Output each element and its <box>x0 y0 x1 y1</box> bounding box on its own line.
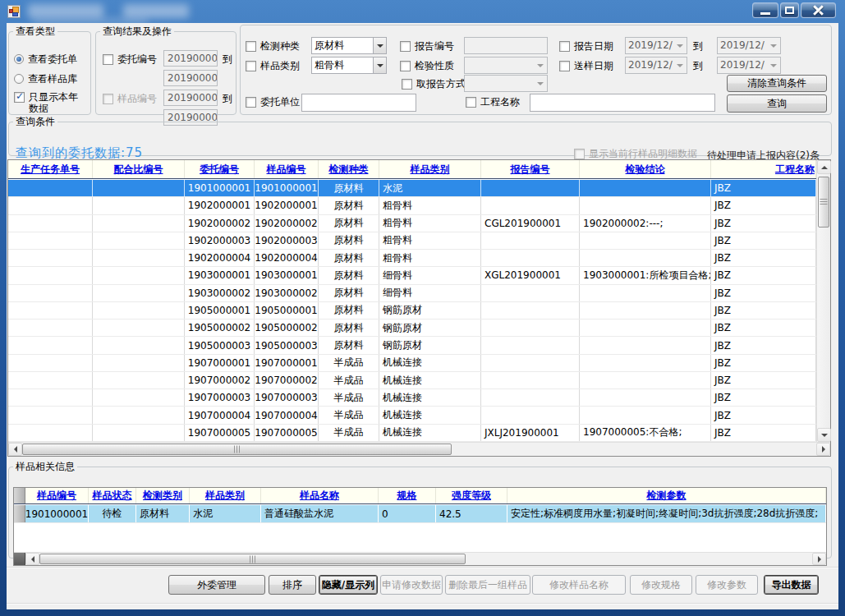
project-name-checkbox[interactable]: 工程名称 <box>466 96 520 108</box>
test-nature-checkbox[interactable]: 检验性质 <box>400 60 454 71</box>
scroll-down-button[interactable] <box>817 428 831 442</box>
main-column-header[interactable]: 检验结论 <box>580 160 711 178</box>
scroll-right-button[interactable] <box>816 443 830 456</box>
table-row[interactable]: 19050000011905000001原材料钢筋原材JBZ <box>8 302 816 319</box>
client-unit-checkbox[interactable]: 委托单位 <box>246 96 300 108</box>
table-row[interactable]: 19050000031905000003原材料钢筋原材JBZ <box>8 337 816 354</box>
main-column-header[interactable]: 样品编号 <box>255 160 319 178</box>
horizontal-scroll-thumb[interactable] <box>22 444 452 455</box>
table-row[interactable]: 19030000011903000001原材料细骨料XGL20190000119… <box>8 267 816 284</box>
report-date-to-picker: 2019/12/ 6 <box>717 37 781 54</box>
main-column-header[interactable]: 工程名称 <box>711 160 816 178</box>
export-data-button[interactable]: 导出数据 <box>764 575 819 595</box>
table-cell <box>481 319 580 336</box>
table-cell: 机械连接 <box>379 355 481 371</box>
radio-view-sample-library[interactable]: 查看样品库 <box>14 73 77 85</box>
main-column-header[interactable]: 配合比编号 <box>93 160 185 178</box>
chevron-down-icon <box>767 57 780 73</box>
chevron-down-icon[interactable] <box>373 57 386 73</box>
sample-column-header[interactable]: 规格 <box>379 488 436 503</box>
table-cell: JBZ <box>711 302 816 319</box>
table-cell <box>481 337 580 353</box>
scroll-right-button[interactable] <box>812 553 826 565</box>
main-column-header[interactable]: 委托编号 <box>185 160 255 178</box>
report-method-checkbox[interactable]: 取报告方式 <box>402 78 466 90</box>
minimize-button[interactable] <box>752 2 778 18</box>
to-label: 到 <box>693 40 703 52</box>
sample-horizontal-scrollbar[interactable] <box>14 552 826 565</box>
commission-no-checkbox[interactable]: 委托编号 <box>103 53 157 65</box>
report-no-checkbox[interactable]: 报告编号 <box>400 40 454 52</box>
sort-button[interactable]: 排序 <box>269 575 316 595</box>
main-column-header[interactable]: 生产任务单号 <box>8 160 93 178</box>
table-row[interactable]: 19070000041907000004半成品机械连接JBZ <box>8 407 816 424</box>
horizontal-scrollbar[interactable] <box>8 442 830 456</box>
arrow-left-icon <box>31 556 34 563</box>
table-cell <box>580 285 711 301</box>
test-kind-combobox[interactable]: 原材料 <box>311 37 387 54</box>
table-row[interactable]: 19020000021902000002原材料粗骨料CGL20190000119… <box>8 215 816 232</box>
main-column-header[interactable]: 报告编号 <box>481 160 580 178</box>
table-row[interactable]: 19030000021903000002原材料细骨料JBZ <box>8 285 816 302</box>
table-cell <box>8 215 93 232</box>
test-kind-checkbox[interactable]: 检测种类 <box>246 40 300 52</box>
table-cell <box>580 337 711 353</box>
table-row[interactable]: 19070000011907000001半成品机械连接JBZ <box>8 355 816 372</box>
sample-category-combobox[interactable]: 粗骨料 <box>311 57 387 74</box>
table-row[interactable]: 19020000041902000004原材料粗骨料JBZ <box>8 250 816 267</box>
chevron-down-icon[interactable] <box>373 38 386 53</box>
report-date-checkbox[interactable]: 报告日期 <box>559 40 613 52</box>
table-row[interactable]: 19050000021905000002原材料钢筋原材JBZ <box>8 319 816 337</box>
sample-column-header[interactable]: 检测类别 <box>136 488 190 503</box>
radio-view-commission[interactable]: 查看委托单 <box>14 53 77 65</box>
horizontal-scroll-thumb[interactable] <box>39 554 466 564</box>
vertical-scroll-thumb[interactable] <box>818 177 829 228</box>
query-button[interactable]: 查询 <box>727 94 827 113</box>
table-cell: JBZ <box>711 319 816 336</box>
clear-query-button[interactable]: 清除查询条件 <box>727 75 827 92</box>
main-column-header[interactable]: 检测种类 <box>319 160 379 178</box>
project-name-field[interactable] <box>530 94 715 112</box>
table-row[interactable]: 19070000021907000002半成品机械连接JBZ <box>8 372 816 389</box>
sample-column-header[interactable]: 检测参数 <box>507 488 826 503</box>
vertical-scrollbar[interactable] <box>816 160 830 442</box>
year-only-checkbox[interactable]: 只显示本年数据 <box>14 91 86 114</box>
sample-column-header[interactable]: 样品类别 <box>190 488 261 503</box>
close-button[interactable] <box>801 2 836 18</box>
chevron-down-icon <box>534 76 547 91</box>
table-row[interactable]: 19070000031907000003半成品机械连接JBZ <box>8 389 816 407</box>
chevron-down-icon <box>673 38 687 53</box>
sample-column-header[interactable]: 样品编号 <box>25 488 89 503</box>
table-cell: JBZ <box>711 389 816 406</box>
table-row[interactable]: 19010000011901000001原材料水泥JBZ <box>8 180 816 197</box>
main-column-header[interactable]: 样品类别 <box>379 160 481 178</box>
table-cell <box>93 319 185 336</box>
table-cell: 普通硅酸盐水泥 <box>261 505 379 522</box>
table-cell: 原材料 <box>136 505 190 522</box>
scroll-left-button[interactable] <box>8 443 22 456</box>
sample-date-checkbox[interactable]: 送样日期 <box>559 60 613 71</box>
outsource-manage-button[interactable]: 外委管理 <box>168 575 265 595</box>
radio-dot-icon <box>14 74 24 84</box>
maximize-button[interactable] <box>780 2 799 18</box>
table-cell: 原材料 <box>319 337 379 353</box>
scroll-left-button[interactable] <box>25 553 39 565</box>
table-row[interactable]: 19070000051907000005半成品机械连接JXLJ201900001… <box>8 425 816 442</box>
table-row[interactable]: 19020000011902000001原材料粗骨料JBZ <box>8 197 816 214</box>
table-cell: 1901000001 <box>185 180 255 196</box>
table-row[interactable]: 19020000031902000003原材料粗骨料JBZ <box>8 232 816 250</box>
table-row[interactable]: 1901000001待检原材料水泥普通硅酸盐水泥042.5安定性;标准稠度用水量… <box>14 505 826 523</box>
divider-line <box>7 567 838 568</box>
table-cell <box>481 372 580 388</box>
table-cell <box>8 425 93 441</box>
sample-column-header[interactable]: 强度等级 <box>436 488 507 503</box>
scroll-up-button[interactable] <box>817 160 831 174</box>
hide-show-columns-button[interactable]: 隐藏/显示列 <box>319 575 378 595</box>
main-grid-body: 19010000011901000001原材料水泥JBZ190200000119… <box>8 180 816 442</box>
table-cell: 原材料 <box>319 232 379 249</box>
table-cell: 1907000001 <box>255 355 319 371</box>
client-unit-field[interactable] <box>301 94 416 112</box>
sample-category-checkbox[interactable]: 样品类别 <box>246 60 300 71</box>
sample-column-header[interactable]: 样品状态 <box>89 488 136 503</box>
sample-column-header[interactable]: 样品名称 <box>261 488 379 503</box>
